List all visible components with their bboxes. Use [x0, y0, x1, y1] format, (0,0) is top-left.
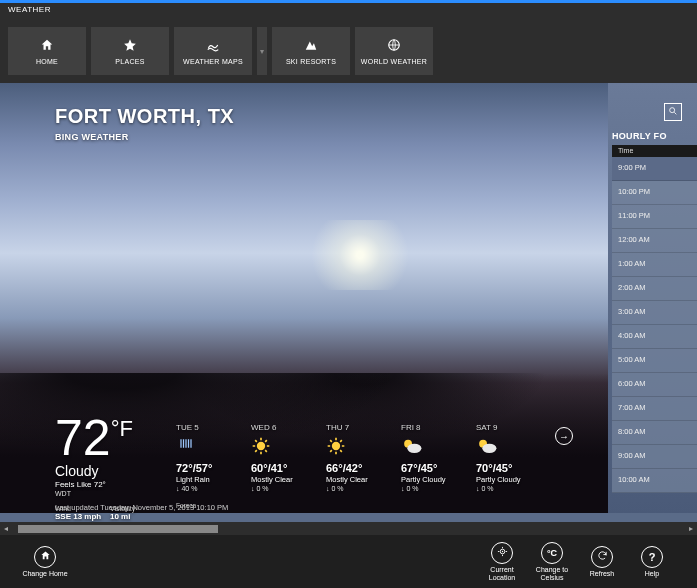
forecast-precip: ↓ 0 %	[476, 485, 531, 492]
main-stage: FORT WORTH, TX BING WEATHER 72 °F Cloudy…	[0, 83, 697, 522]
nav-weather-maps[interactable]: WEATHER MAPS	[174, 27, 252, 75]
hourly-row[interactable]: 10:00 PM	[612, 181, 697, 205]
svg-point-25	[501, 551, 502, 552]
hourly-row[interactable]: 3:00 AM	[612, 301, 697, 325]
forecast-hilo: 67°/45°	[401, 462, 456, 474]
forecast-condition: Partly Cloudy	[401, 475, 456, 484]
forecast-day[interactable]: THU 7 66°/42° Mostly Clear ↓ 0 % 64° / 4…	[326, 423, 381, 522]
hourly-row[interactable]: 1:00 AM	[612, 253, 697, 277]
change-celsius-label: Change to Celsius	[536, 566, 568, 581]
svg-point-18	[482, 444, 496, 453]
help-icon: ?	[649, 551, 656, 563]
svg-point-12	[407, 444, 421, 453]
hourly-row[interactable]: 6:00 AM	[612, 373, 697, 397]
refresh-icon	[597, 550, 608, 563]
nav-maps-label: WEATHER MAPS	[183, 58, 243, 65]
hourly-panel: HOURLY FO Time 9:00 PM10:00 PM11:00 PM12…	[608, 83, 697, 513]
svg-point-6	[332, 442, 340, 450]
sun-icon	[251, 436, 306, 462]
partly-cloudy-icon	[476, 436, 531, 462]
location-block: FORT WORTH, TX BING WEATHER	[55, 105, 234, 142]
app-title: WEATHER	[0, 3, 697, 17]
forecast-day[interactable]: WED 6 60°/41° Mostly Clear ↓ 0 % 60° / 4…	[251, 423, 306, 522]
visibility-value: 10 mi	[110, 512, 165, 521]
hourly-row[interactable]: 5:00 AM	[612, 349, 697, 373]
rain-icon	[176, 436, 231, 462]
hourly-row[interactable]: 9:00 PM	[612, 157, 697, 181]
star-icon	[123, 38, 137, 55]
forecast-day-name: TUE 5	[176, 423, 231, 432]
forecast-day-name: SAT 9	[476, 423, 531, 432]
forecast-day-name: THU 7	[326, 423, 381, 432]
scroll-thumb[interactable]	[18, 525, 218, 533]
nav-places-label: PLACES	[115, 58, 144, 65]
svg-point-3	[257, 442, 265, 450]
forecast-hilo: 66°/42°	[326, 462, 381, 474]
nav-world-label: WORLD WEATHER	[361, 58, 427, 65]
change-home-label: Change Home	[22, 570, 67, 578]
wind-value: SSE 13 mph	[55, 512, 110, 521]
globe-icon	[387, 38, 401, 55]
nav-home[interactable]: HOME	[8, 27, 86, 75]
app-bar: Change Home Current Location °C Change t…	[0, 535, 697, 588]
forecast-condition: Mostly Clear	[251, 475, 306, 484]
map-icon	[205, 38, 221, 55]
svg-point-23	[670, 108, 675, 113]
daily-forecast: TUE 5 72°/57° Light Rain ↓ 40 % Foreca 7…	[176, 423, 531, 522]
location-provider: BING WEATHER	[55, 132, 234, 142]
forecast-day-name: WED 6	[251, 423, 306, 432]
scroll-right-arrow[interactable]: ▸	[685, 524, 697, 533]
forecast-precip: ↓ 0 %	[326, 485, 381, 492]
search-button[interactable]	[664, 103, 682, 121]
hourly-row[interactable]: 10:00 AM	[612, 469, 697, 493]
nav-bar: HOME PLACES WEATHER MAPS ▾ SKI RESORTS W…	[0, 17, 697, 83]
forecast-day[interactable]: FRI 8 67°/45° Partly Cloudy ↓ 0 % 65° / …	[401, 423, 456, 522]
location-name: FORT WORTH, TX	[55, 105, 234, 128]
refresh-button[interactable]: Refresh	[577, 546, 627, 578]
hourly-row[interactable]: 9:00 AM	[612, 445, 697, 469]
home-icon	[40, 38, 54, 55]
search-icon	[668, 106, 678, 118]
forecast-precip: ↓ 0 %	[401, 485, 456, 492]
sun-icon	[326, 436, 381, 462]
forecast-hilo: 70°/45°	[476, 462, 531, 474]
forecast-day[interactable]: SAT 9 70°/45° Partly Cloudy ↓ 0 % 73° / …	[476, 423, 531, 522]
celsius-icon: °C	[547, 548, 557, 558]
forecast-hilo: 60°/41°	[251, 462, 306, 474]
hourly-row[interactable]: 11:00 PM	[612, 205, 697, 229]
nav-maps-dropdown[interactable]: ▾	[257, 27, 267, 75]
hourly-row[interactable]: 12:00 AM	[612, 229, 697, 253]
nav-world-weather[interactable]: WORLD WEATHER	[355, 27, 433, 75]
hourly-row[interactable]: 4:00 AM	[612, 325, 697, 349]
forecast-condition: Light Rain	[176, 475, 231, 484]
help-label: Help	[645, 570, 659, 578]
current-feels-like: Feels Like 72°	[55, 480, 165, 489]
horizontal-scrollbar[interactable]: ◂ ▸	[0, 522, 697, 535]
nav-ski-label: SKI RESORTS	[286, 58, 336, 65]
forecast-condition: Partly Cloudy	[476, 475, 531, 484]
current-temp: 72	[55, 413, 111, 463]
partly-cloudy-icon	[401, 436, 456, 462]
hourly-title: HOURLY FO	[612, 131, 667, 141]
current-temp-unit: °F	[111, 416, 133, 442]
help-button[interactable]: ? Help	[627, 546, 677, 578]
forecast-hilo: 72°/57°	[176, 462, 231, 474]
change-home-button[interactable]: Change Home	[20, 546, 70, 578]
target-icon	[497, 546, 508, 559]
forecast-next-button[interactable]: →	[555, 427, 573, 445]
current-location-label: Current Location	[489, 566, 515, 581]
nav-places[interactable]: PLACES	[91, 27, 169, 75]
hourly-row[interactable]: 7:00 AM	[612, 397, 697, 421]
nav-home-label: HOME	[36, 58, 58, 65]
hourly-time-header: Time	[612, 145, 697, 157]
hourly-row[interactable]: 8:00 AM	[612, 421, 697, 445]
scroll-left-arrow[interactable]: ◂	[0, 524, 12, 533]
change-to-celsius-button[interactable]: °C Change to Celsius	[527, 542, 577, 581]
forecast-condition: Mostly Clear	[326, 475, 381, 484]
hourly-table: Time 9:00 PM10:00 PM11:00 PM12:00 AM1:00…	[612, 145, 697, 493]
current-location-button[interactable]: Current Location	[477, 542, 527, 581]
nav-ski-resorts[interactable]: SKI RESORTS	[272, 27, 350, 75]
last-updated: Last updated Tuesday, November 5, 2013 1…	[55, 503, 228, 512]
hourly-row[interactable]: 2:00 AM	[612, 277, 697, 301]
ski-icon	[304, 38, 318, 55]
